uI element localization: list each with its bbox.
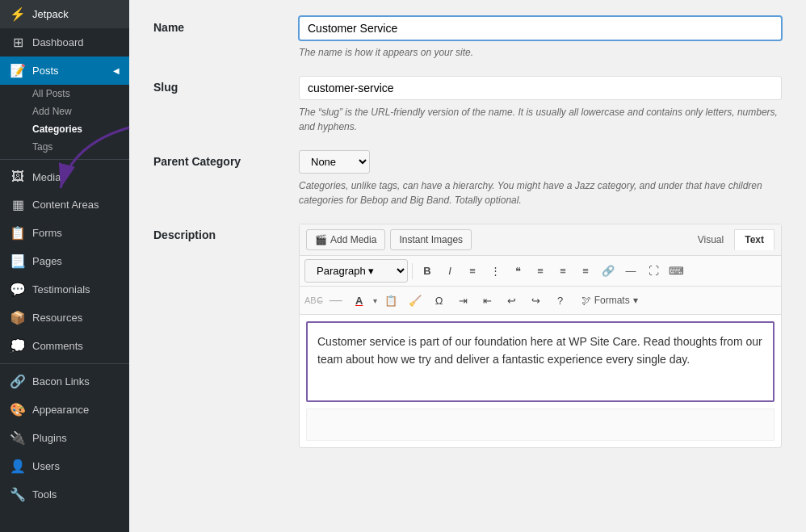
unordered-list-button[interactable]: ≡ bbox=[462, 261, 483, 282]
sidebar-item-plugins[interactable]: 🔌 Plugins bbox=[0, 424, 129, 452]
editor-text-content[interactable]: Customer service is part of our foundati… bbox=[306, 321, 775, 402]
redo-button[interactable]: ↪ bbox=[526, 290, 547, 311]
comments-icon: 💭 bbox=[10, 338, 26, 354]
formats-arrow-icon: ▾ bbox=[633, 295, 638, 306]
description-label: Description bbox=[153, 224, 299, 241]
indent-button[interactable]: ⇥ bbox=[453, 290, 474, 311]
content-areas-icon: ▦ bbox=[10, 197, 26, 212]
sidebar-item-appearance[interactable]: 🎨 Appearance bbox=[0, 396, 129, 424]
tools-icon: 🔧 bbox=[10, 487, 26, 502]
sidebar-item-tools[interactable]: 🔧 Tools bbox=[0, 480, 129, 509]
link-button[interactable]: 🔗 bbox=[598, 261, 619, 282]
horizontal-line-icon: — bbox=[330, 293, 342, 308]
parent-category-label: Parent Category bbox=[153, 150, 299, 168]
sidebar-sub-tags[interactable]: Tags bbox=[0, 138, 129, 156]
add-media-icon: 🎬 bbox=[315, 234, 327, 245]
name-hint: The name is how it appears on your site. bbox=[299, 45, 782, 60]
media-icon: 🖼 bbox=[10, 170, 26, 184]
sidebar-item-dashboard[interactable]: ⊞ Dashboard bbox=[0, 28, 129, 57]
paragraph-select[interactable]: Paragraph ▾ bbox=[304, 259, 408, 283]
align-right-button[interactable]: ≡ bbox=[575, 261, 596, 282]
sidebar-item-content-areas[interactable]: ▦ Content Areas bbox=[0, 191, 129, 219]
parent-category-row: Parent Category None Categories, unlike … bbox=[153, 150, 782, 207]
users-icon: 👤 bbox=[10, 459, 26, 474]
sidebar-sub-categories[interactable]: Categories bbox=[0, 120, 129, 138]
sidebar-sub-add-new[interactable]: Add New bbox=[0, 103, 129, 120]
description-row: Description 🎬 Add Media Instant Images bbox=[153, 224, 782, 448]
forms-icon: 📋 bbox=[10, 225, 26, 241]
outdent-button[interactable]: ⇤ bbox=[477, 290, 498, 311]
tab-text[interactable]: Text bbox=[734, 229, 775, 250]
dashboard-icon: ⊞ bbox=[10, 35, 26, 50]
pages-icon: 📃 bbox=[10, 253, 26, 269]
font-color-button[interactable]: A bbox=[349, 290, 370, 311]
formats-wing-icon: 🕊 bbox=[581, 295, 591, 306]
sidebar-item-resources[interactable]: 📦 Resources bbox=[0, 304, 129, 332]
sidebar-item-media[interactable]: 🖼 Media bbox=[0, 163, 129, 191]
add-media-button[interactable]: 🎬 Add Media bbox=[306, 229, 385, 250]
clear-format-button[interactable]: 🧹 bbox=[405, 290, 426, 311]
parent-category-select[interactable]: None bbox=[299, 150, 370, 174]
italic-button[interactable]: I bbox=[439, 261, 460, 282]
slug-hint: The “slug” is the URL-friendly version o… bbox=[299, 105, 782, 134]
testimonials-icon: 💬 bbox=[10, 282, 26, 297]
paste-word-button[interactable]: 📋 bbox=[380, 290, 401, 311]
name-field-container: The name is how it appears on your site. bbox=[299, 16, 782, 60]
appearance-icon: 🎨 bbox=[10, 402, 26, 417]
sidebar-item-comments[interactable]: 💭 Comments bbox=[0, 332, 129, 360]
jetpack-icon: ⚡ bbox=[10, 6, 26, 22]
tab-visual[interactable]: Visual bbox=[687, 229, 734, 250]
sidebar-item-jetpack[interactable]: ⚡ Jetpack bbox=[0, 0, 129, 28]
resources-icon: 📦 bbox=[10, 310, 26, 325]
bacon-links-icon: 🔗 bbox=[10, 374, 26, 389]
fullscreen-button[interactable]: ⛶ bbox=[643, 261, 664, 282]
editor-top-buttons: 🎬 Add Media Instant Images bbox=[306, 229, 472, 250]
slug-input[interactable] bbox=[299, 76, 782, 100]
slug-field-container: The “slug” is the URL-friendly version o… bbox=[299, 76, 782, 134]
editor-extra-area bbox=[306, 408, 775, 441]
special-char-button[interactable]: Ω bbox=[429, 290, 450, 311]
separator-1 bbox=[412, 263, 413, 279]
editor-container-wrapper: 🎬 Add Media Instant Images Visual Text bbox=[299, 224, 782, 448]
posts-icon: 📝 bbox=[10, 63, 26, 78]
editor-view-tabs: Visual Text bbox=[687, 229, 775, 250]
help-button[interactable]: ? bbox=[550, 290, 571, 311]
plugins-icon: 🔌 bbox=[10, 430, 26, 446]
ordered-list-button[interactable]: ⋮ bbox=[485, 261, 506, 282]
align-center-button[interactable]: ≡ bbox=[552, 261, 573, 282]
parent-category-hint: Categories, unlike tags, can have a hier… bbox=[299, 178, 782, 207]
sidebar-item-users[interactable]: 👤 Users bbox=[0, 452, 129, 480]
parent-category-field-container: None Categories, unlike tags, can have a… bbox=[299, 150, 782, 207]
sidebar: ⚡ Jetpack ⊞ Dashboard 📝 Posts ◀ All Post… bbox=[0, 0, 129, 532]
align-left-button[interactable]: ≡ bbox=[530, 261, 551, 282]
font-color-arrow: ▾ bbox=[373, 296, 377, 305]
sidebar-item-bacon-links[interactable]: 🔗 Bacon Links bbox=[0, 367, 129, 396]
formats-dropdown-button[interactable]: 🕊 Formats ▾ bbox=[574, 291, 645, 309]
editor-container: 🎬 Add Media Instant Images Visual Text bbox=[299, 224, 782, 448]
slug-row: Slug The “slug” is the URL-friendly vers… bbox=[153, 76, 782, 134]
editor-top-bar: 🎬 Add Media Instant Images Visual Text bbox=[300, 224, 781, 256]
name-row: Name The name is how it appears on your … bbox=[153, 16, 782, 60]
undo-button[interactable]: ↩ bbox=[502, 290, 523, 311]
sidebar-item-testimonials[interactable]: 💬 Testimonials bbox=[0, 275, 129, 304]
strikethrough-icon: ABC̶ bbox=[304, 295, 323, 306]
formats-row: ABC̶ — A ▾ 📋 🧹 Ω ⇥ ⇤ ↩ ↪ ? 🕊 Formats ▾ bbox=[300, 287, 781, 315]
slug-label: Slug bbox=[153, 76, 299, 94]
sidebar-item-posts[interactable]: 📝 Posts ◀ bbox=[0, 57, 129, 85]
bold-button[interactable]: B bbox=[417, 261, 438, 282]
blockquote-button[interactable]: ❝ bbox=[507, 261, 528, 282]
name-label: Name bbox=[153, 16, 299, 34]
toolbar-row-1: Paragraph ▾ B I ≡ ⋮ ❝ ≡ ≡ ≡ 🔗 — ⛶ ⌨ bbox=[300, 256, 781, 287]
sidebar-item-forms[interactable]: 📋 Forms bbox=[0, 219, 129, 247]
instant-images-button[interactable]: Instant Images bbox=[390, 229, 472, 250]
sidebar-sub-all-posts[interactable]: All Posts bbox=[0, 85, 129, 103]
sidebar-item-pages[interactable]: 📃 Pages bbox=[0, 247, 129, 275]
posts-arrow: ◀ bbox=[113, 66, 120, 75]
main-content: Name The name is how it appears on your … bbox=[129, 0, 806, 532]
horizontal-rule-button[interactable]: — bbox=[620, 261, 641, 282]
keyboard-button[interactable]: ⌨ bbox=[665, 261, 686, 282]
name-input[interactable] bbox=[299, 16, 782, 40]
